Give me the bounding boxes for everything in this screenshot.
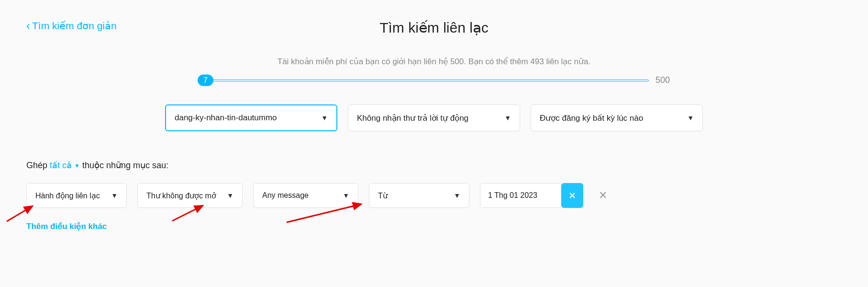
match-prefix: Ghép	[26, 161, 50, 170]
progress-value: 7	[198, 74, 213, 86]
contact-progress: 7 500	[26, 75, 842, 85]
page-title: Tìm kiếm liên lạc	[379, 19, 489, 36]
autoresponder-select[interactable]: Không nhận thư trả lời tự động ▼	[348, 104, 520, 131]
filter-row: Hành động liên lạc ▼ Thư không được mở ▼…	[26, 183, 842, 208]
svg-line-0	[7, 206, 33, 221]
chevron-down-icon: ▼	[321, 114, 328, 122]
match-condition-row: Ghép tất cả ▼ thuộc những mục sau:	[26, 160, 842, 171]
chevron-down-icon: ▼	[343, 192, 349, 199]
filter-message-value: Any message	[262, 191, 309, 200]
progress-max: 500	[656, 75, 670, 85]
chevron-down-icon: ▼	[687, 114, 694, 122]
filter-field-value: Hành động liên lạc	[35, 191, 100, 200]
registration-form-select[interactable]: dang-ky-nhan-tin-dautummo ▼	[165, 104, 337, 131]
progress-bar: 7	[198, 80, 649, 81]
filter-field-select[interactable]: Hành động liên lạc ▼	[26, 183, 127, 208]
match-mode-link[interactable]: tất cả ▼	[50, 161, 80, 170]
chevron-left-icon: ‹	[26, 19, 30, 33]
match-suffix: thuộc những mục sau:	[80, 161, 168, 170]
clear-date-button[interactable]	[561, 183, 583, 208]
filter-direction-select[interactable]: Từ ▼	[369, 183, 469, 208]
filter-condition-value: Thư không được mở	[146, 191, 216, 200]
chevron-down-icon: ▼	[227, 192, 234, 199]
filter-direction-value: Từ	[378, 191, 388, 200]
chevron-down-icon: ▼	[454, 192, 460, 199]
remove-row-button[interactable]: ✕	[599, 189, 607, 202]
registration-form-value: dang-ky-nhan-tin-dautummo	[175, 113, 277, 123]
chevron-down-icon: ▼	[74, 162, 80, 169]
add-condition-button[interactable]: Thêm điều kiện khác	[26, 221, 842, 231]
filter-date-value: 1 Thg 01 2023	[488, 191, 537, 200]
autoresponder-value: Không nhận thư trả lời tự động	[357, 113, 468, 123]
subscription-time-value: Được đăng ký bất kỳ lúc nào	[540, 113, 643, 123]
account-limit-text: Tài khoản miễn phí của bạn có giới hạn l…	[26, 57, 842, 67]
simple-search-link[interactable]: ‹ Tìm kiếm đơn giản	[26, 19, 117, 33]
filter-date-input[interactable]: 1 Thg 01 2023	[480, 183, 561, 208]
filter-condition-select[interactable]: Thư không được mở ▼	[137, 183, 243, 208]
subscription-time-select[interactable]: Được đăng ký bất kỳ lúc nào ▼	[531, 104, 703, 131]
chevron-down-icon: ▼	[504, 114, 511, 122]
filter-message-select[interactable]: Any message ▼	[253, 183, 358, 208]
simple-search-label: Tìm kiếm đơn giản	[32, 20, 117, 32]
close-icon	[568, 191, 577, 200]
chevron-down-icon: ▼	[111, 192, 118, 199]
